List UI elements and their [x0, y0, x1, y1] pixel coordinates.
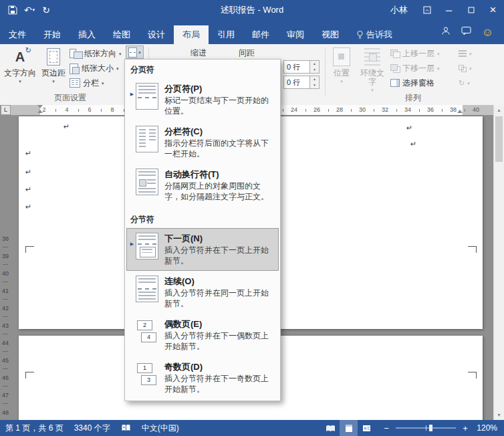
vertical-scrollbar[interactable]: ▲ ▼: [493, 105, 504, 420]
right-indent-marker[interactable]: [457, 110, 463, 113]
ruler-number: 6: [88, 106, 91, 113]
menu-item-even-page[interactable]: 2 4 偶数页(E) 插入分节符并在下一偶数页上开始新节。: [126, 314, 279, 356]
signed-in-user[interactable]: 小林: [382, 4, 416, 16]
share-person-icon[interactable]: [441, 26, 451, 38]
text-direction-button[interactable]: A↻ 文字方向 ▾: [3, 46, 37, 94]
breaks-button[interactable]: ▾: [126, 45, 144, 59]
menu-item-column-break[interactable]: 分栏符(C) 指示分栏符后面的文字将从下一栏开始。: [126, 121, 279, 164]
word-count[interactable]: 3340 个字: [69, 420, 116, 436]
spacing-before-input[interactable]: 0 行 ▲▼: [283, 60, 320, 74]
ruler-tick: [3, 282, 8, 282]
wrap-text-button[interactable]: 环绕文字 ▾: [357, 46, 388, 94]
ruler-tick: [396, 109, 397, 112]
ribbon-display-options-button[interactable]: [416, 0, 438, 20]
feedback-smiley-icon[interactable]: ☺: [482, 27, 493, 38]
menu-item-odd-page[interactable]: 1 3 奇数页(D) 插入分节符并在下一奇数页上开始新节。: [126, 356, 279, 399]
zoom-slider-notch: [426, 425, 426, 431]
menu-item-next-page[interactable]: ▶ 下一页(N) 插入分节符并在下一页上开始新节。: [126, 228, 279, 271]
zoom-slider[interactable]: [396, 427, 456, 429]
ruler-number: 41: [0, 288, 11, 294]
ruler-tick: [78, 109, 79, 112]
menu-item-text-wrapping-break[interactable]: 自动换行符(T) 分隔网页上的对象周围的文字，如分隔题注文字与正文。: [126, 164, 279, 207]
scroll-down-icon[interactable]: ▼: [494, 410, 504, 420]
scroll-up-icon[interactable]: ▲: [494, 105, 504, 115]
tab-selector[interactable]: L: [1, 105, 11, 115]
page-indicator[interactable]: 第 1 页，共 6 页: [0, 420, 69, 436]
spacing-after-input[interactable]: 0 行 ▲▼: [283, 76, 320, 89]
position-button[interactable]: 位置 ▾: [328, 46, 356, 94]
ruler-number: 2: [42, 106, 45, 113]
bring-forward-icon: [390, 49, 400, 58]
ruler-number: 46: [0, 374, 11, 381]
ruler-number: 45: [0, 357, 11, 364]
zoom-level[interactable]: 120%: [476, 423, 504, 433]
undo-button[interactable]: ↶▾: [22, 2, 37, 18]
tab-draw[interactable]: 绘图: [104, 25, 139, 44]
spinner-arrows[interactable]: ▲▼: [309, 61, 319, 73]
menu-item-continuous[interactable]: 连续(O) 插入分节符并在同一页上开始新节。: [126, 271, 279, 314]
orientation-button[interactable]: 纸张方向 ▾: [70, 47, 122, 60]
scrollbar-thumb[interactable]: [495, 116, 503, 162]
selection-pane-button[interactable]: 选择窗格: [390, 76, 434, 90]
maximize-button[interactable]: [460, 0, 482, 20]
ruler-tick: [283, 109, 283, 112]
web-layout-button[interactable]: [358, 420, 376, 436]
ruler-number: 4: [65, 106, 68, 113]
paper-size-button[interactable]: 纸张大小 ▾: [70, 62, 119, 75]
close-button[interactable]: ×: [482, 0, 504, 20]
redo-button[interactable]: ↻: [39, 2, 53, 18]
save-button[interactable]: [5, 2, 20, 18]
vertical-ruler: 383940414243444546474849: [0, 230, 11, 420]
close-icon: ×: [490, 3, 497, 17]
minimize-button[interactable]: ─: [438, 0, 460, 20]
margins-button[interactable]: 页边距 ▾: [39, 46, 68, 94]
menu-marker-icon: ▶: [128, 83, 136, 97]
menu-section-section-breaks: 分节符: [126, 211, 279, 228]
tab-design[interactable]: 设计: [139, 25, 174, 44]
menu-item-page-break[interactable]: ▶ 分页符(P) 标记一页结束与下一页开始的位置。: [126, 78, 279, 121]
zoom-slider-thumb[interactable]: [429, 425, 432, 431]
tab-tell-me[interactable]: 告诉我: [348, 25, 401, 44]
zoom-controls: − +: [376, 423, 476, 433]
align-button[interactable]: ▾: [459, 47, 472, 60]
rotate-button[interactable]: ↻ ▾: [459, 76, 470, 90]
ruler-number: 36: [427, 106, 434, 113]
bring-forward-button[interactable]: 上移一层 ▾: [390, 47, 440, 60]
comments-icon[interactable]: [461, 26, 471, 38]
spinner-arrows[interactable]: ▲▼: [309, 76, 319, 88]
tab-references[interactable]: 引用: [209, 25, 243, 44]
tab-layout[interactable]: 布局: [174, 25, 209, 44]
title-bar: ↶▾ ↻ 述职报告 - Word 小林 ─ ×: [0, 0, 504, 20]
read-mode-button[interactable]: [322, 420, 340, 436]
word-window: ↶▾ ↻ 述职报告 - Word 小林 ─ × 文件 开始 插入 绘图 设计 布…: [0, 0, 504, 436]
tab-mailings[interactable]: 邮件: [243, 25, 278, 44]
proofing-status-button[interactable]: [116, 420, 136, 436]
tab-view[interactable]: 视图: [313, 25, 348, 44]
web-layout-icon: [362, 425, 371, 432]
print-layout-button[interactable]: [340, 420, 358, 436]
ruler-tick: [3, 351, 8, 352]
columns-button[interactable]: 分栏 ▾: [70, 76, 104, 90]
ruler-tick: [3, 403, 8, 404]
ruler-number: 38: [0, 235, 11, 242]
tab-review[interactable]: 审阅: [278, 25, 313, 44]
ruler-number: 43: [0, 322, 11, 329]
chevron-down-icon: ▾: [119, 51, 122, 56]
rotate-icon: ↻: [459, 80, 465, 87]
chevron-down-icon: ▾: [19, 79, 21, 84]
text-wrapping-break-icon: [136, 169, 158, 195]
lightbulb-icon: [356, 30, 364, 39]
paper-size-icon: [70, 64, 79, 74]
group-objects-icon: [459, 65, 467, 72]
tab-home[interactable]: 开始: [35, 25, 70, 44]
zoom-in-button[interactable]: +: [461, 423, 469, 433]
send-backward-button[interactable]: 下移一层 ▾: [390, 62, 440, 75]
text-boundary-corner: [25, 372, 34, 378]
group-objects-button[interactable]: ▾: [459, 62, 472, 75]
ruler-tick: [465, 109, 465, 112]
zoom-out-button[interactable]: −: [382, 423, 390, 433]
tab-file[interactable]: 文件: [0, 25, 35, 44]
language-indicator[interactable]: 中文(中国): [136, 420, 184, 436]
menu-marker-spacer: [128, 276, 136, 284]
tab-insert[interactable]: 插入: [70, 25, 104, 44]
